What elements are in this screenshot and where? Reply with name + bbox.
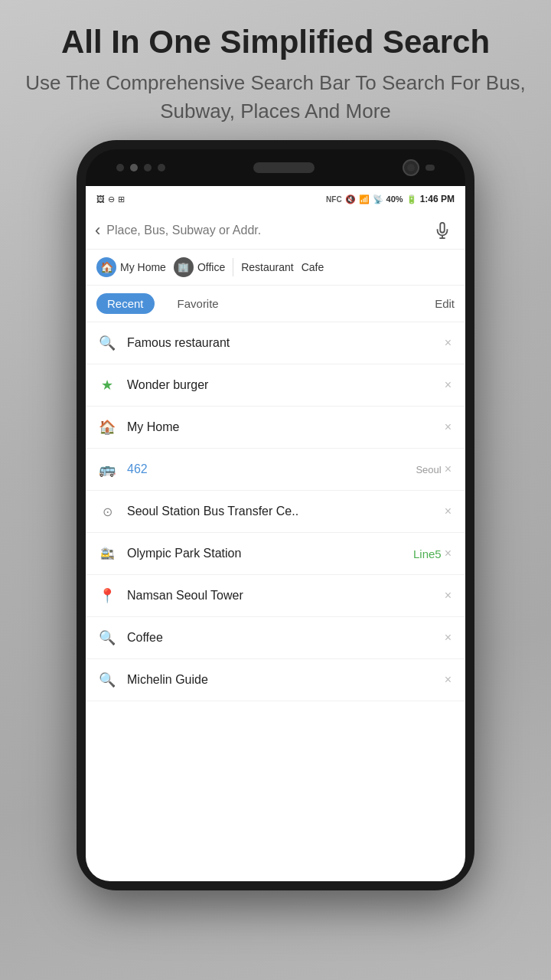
item-close-button[interactable]: × — [442, 670, 455, 690]
notch-dots — [116, 164, 165, 172]
filter-edit-button[interactable]: Edit — [435, 297, 455, 310]
item-content: Michelin Guide — [118, 673, 442, 687]
filter-tab-favorite[interactable]: Favorite — [167, 293, 230, 314]
item-content: Coffee — [118, 631, 442, 645]
item-text: Wonder burger — [127, 378, 442, 392]
quick-tabs: 🏠 My Home 🏢 Office Restaurant Cafe — [86, 250, 465, 286]
quick-tab-office[interactable]: 🏢 Office — [174, 257, 225, 277]
status-battery: 40% — [386, 194, 403, 204]
list-item-olympic-park[interactable]: 🚉 Olympic Park Station Line5 × — [86, 533, 465, 575]
mic-button[interactable] — [429, 217, 456, 244]
list-item-michelin[interactable]: 🔍 Michelin Guide × — [86, 659, 465, 701]
phone-notch — [86, 149, 465, 186]
list-item-seoul-station[interactable]: ⊙ Seoul Station Bus Transfer Ce.. × — [86, 491, 465, 533]
search-input[interactable] — [106, 224, 422, 237]
list-item-namsan-tower[interactable]: 📍 Namsan Seoul Tower × — [86, 575, 465, 617]
hero-section: All In One Simplified Search Use The Com… — [0, 0, 551, 132]
item-line-label: Line5 — [413, 547, 442, 560]
hero-subtitle: Use The Comprehensive Search Bar To Sear… — [15, 69, 536, 125]
item-close-button[interactable]: × — [442, 459, 455, 479]
bus-transfer-icon: ⊙ — [96, 505, 118, 519]
quick-tab-restaurant[interactable]: Restaurant — [241, 261, 293, 273]
quick-tab-cafe-label: Cafe — [302, 261, 324, 273]
item-close-button[interactable]: × — [442, 628, 455, 648]
item-text: Seoul Station Bus Transfer Ce.. — [127, 505, 442, 518]
list-item-famous-restaurant[interactable]: 🔍 Famous restaurant × — [86, 322, 465, 364]
item-close-button[interactable]: × — [442, 544, 455, 564]
status-icon-grid: ⊞ — [118, 194, 125, 204]
status-battery-icon: 🔋 — [406, 194, 417, 204]
filter-recent-label: Recent — [107, 297, 144, 310]
item-close-button[interactable]: × — [442, 586, 455, 606]
notch-dot-1 — [116, 164, 124, 172]
sensor — [425, 165, 435, 171]
status-time: 1:46 PM — [420, 194, 455, 204]
home-icon: 🏠 — [96, 419, 118, 436]
subway-icon: 🚉 — [96, 547, 118, 560]
notch-speaker — [253, 162, 315, 173]
notch-dot-2 — [130, 164, 138, 172]
item-text-bus-number: 462 — [127, 462, 411, 476]
item-content: 462 Seoul — [118, 462, 442, 476]
quick-tab-cafe[interactable]: Cafe — [302, 261, 324, 273]
status-icon-minus: ⊖ — [108, 194, 115, 204]
search-bar: ‹ — [86, 212, 465, 250]
status-bar: 🖼 ⊖ ⊞ NFC 🔇 📶 📡 40% 🔋 1:46 PM — [86, 186, 465, 212]
phone-shell: 🖼 ⊖ ⊞ NFC 🔇 📶 📡 40% 🔋 1:46 PM ‹ — [77, 140, 474, 890]
home-icon: 🏠 — [96, 257, 116, 277]
item-content: Famous restaurant — [118, 336, 442, 350]
item-text: My Home — [127, 420, 442, 434]
status-signal-icon: 📡 — [373, 194, 383, 204]
office-icon: 🏢 — [174, 257, 194, 277]
status-mute-icon: 🔇 — [345, 194, 356, 204]
item-close-button[interactable]: × — [442, 333, 455, 353]
item-content: Olympic Park Station Line5 — [118, 547, 442, 560]
status-icon-img: 🖼 — [96, 194, 105, 204]
quick-tab-office-label: Office — [197, 261, 225, 273]
item-text: Olympic Park Station — [127, 547, 413, 560]
star-icon: ★ — [96, 377, 118, 394]
notch-cameras — [403, 159, 435, 176]
item-content: My Home — [118, 420, 442, 434]
hero-title: All In One Simplified Search — [15, 23, 536, 61]
quick-tab-home-label: My Home — [120, 261, 166, 273]
item-text: Michelin Guide — [127, 673, 442, 687]
notch-dot-3 — [144, 164, 152, 172]
search-icon: 🔍 — [96, 335, 118, 351]
bus-icon: 🚌 — [96, 461, 118, 478]
status-nfc: NFC — [326, 195, 342, 204]
list-item-coffee[interactable]: 🔍 Coffee × — [86, 617, 465, 659]
item-content: Seoul Station Bus Transfer Ce.. — [118, 505, 442, 518]
status-wifi-icon: 📶 — [359, 194, 370, 204]
location-icon: 📍 — [96, 587, 118, 604]
filter-tab-recent[interactable]: Recent — [96, 293, 155, 314]
item-text-city: Seoul — [416, 464, 441, 475]
tab-divider — [233, 258, 233, 276]
status-left-icons: 🖼 ⊖ ⊞ — [96, 194, 125, 204]
item-text: Namsan Seoul Tower — [127, 589, 442, 603]
search-icon: 🔍 — [96, 629, 118, 646]
item-text: Coffee — [127, 631, 442, 645]
quick-tab-home[interactable]: 🏠 My Home — [96, 257, 166, 277]
item-close-button[interactable]: × — [442, 417, 455, 437]
list-item-wonder-burger[interactable]: ★ Wonder burger × — [86, 364, 465, 407]
search-history-list: 🔍 Famous restaurant × ★ Wonder burger × … — [86, 322, 465, 701]
item-close-button[interactable]: × — [442, 375, 455, 395]
item-content: Namsan Seoul Tower — [118, 589, 442, 603]
quick-tab-restaurant-label: Restaurant — [241, 261, 293, 273]
filter-tabs: Recent Favorite Edit — [86, 286, 465, 322]
phone-screen: 🖼 ⊖ ⊞ NFC 🔇 📶 📡 40% 🔋 1:46 PM ‹ — [86, 186, 465, 881]
notch-dot-4 — [158, 164, 165, 172]
item-content: Wonder burger — [118, 378, 442, 392]
camera-lens — [407, 164, 415, 172]
item-text: Famous restaurant — [127, 336, 442, 350]
front-camera — [403, 159, 419, 176]
item-close-button[interactable]: × — [442, 501, 455, 521]
status-right-area: NFC 🔇 📶 📡 40% 🔋 1:46 PM — [326, 194, 455, 204]
list-item-my-home[interactable]: 🏠 My Home × — [86, 407, 465, 449]
search-icon: 🔍 — [96, 671, 118, 688]
list-item-bus-462[interactable]: 🚌 462 Seoul × — [86, 449, 465, 491]
back-button[interactable]: ‹ — [95, 220, 100, 240]
filter-favorite-label: Favorite — [178, 297, 219, 310]
